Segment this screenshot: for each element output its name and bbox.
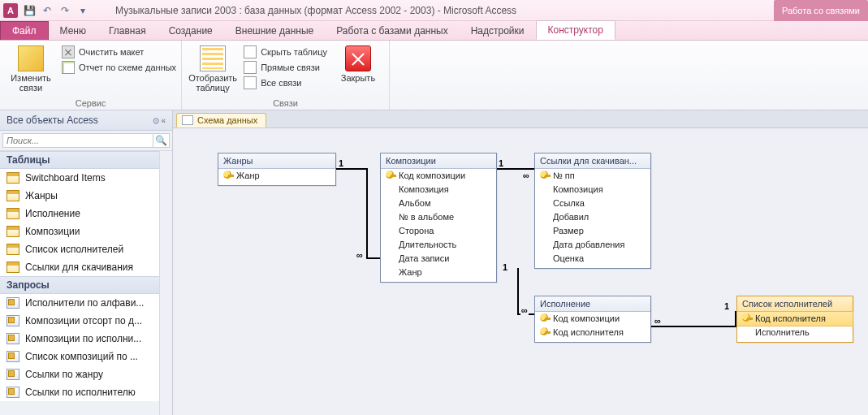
table-box[interactable]: ИсполнениеКод композицииКод исполнителя — [534, 296, 651, 343]
rel-many: ∞ — [520, 305, 529, 315]
table-field[interactable]: Сторона — [381, 224, 496, 238]
qat-undo-icon[interactable]: ↶ — [39, 2, 55, 19]
direct-links-label: Прямые связи — [261, 63, 320, 72]
navigation-pane: Все объекты Access ⊙ « 🔍 Таблицы ⌃ Switc… — [0, 110, 173, 415]
rel-many: ∞ — [356, 250, 364, 260]
table-field[interactable]: Дата добавления — [535, 238, 650, 252]
nav-item-table[interactable]: Композиции — [0, 223, 172, 240]
table-field[interactable]: № пп — [535, 169, 650, 183]
table-field[interactable]: Код исполнителя — [737, 312, 853, 326]
table-field[interactable]: Размер — [535, 224, 650, 238]
tab-file[interactable]: Файл — [0, 21, 49, 40]
rel-line — [335, 168, 368, 170]
nav-item-query[interactable]: Исполнители по алфави... — [0, 294, 172, 312]
rel-line — [366, 168, 368, 257]
hide-table-button[interactable]: Скрыть таблицу — [244, 45, 327, 58]
table-box[interactable]: ЖанрыЖанр — [218, 153, 336, 186]
nav-category-queries[interactable]: Запросы ⌃ — [0, 276, 172, 294]
table-field[interactable]: Ссылка — [535, 197, 650, 210]
tab-addins[interactable]: Надстройки — [460, 22, 536, 40]
table-box-title[interactable]: Ссылки для скачиван... — [535, 153, 650, 169]
nav-item-query[interactable]: Список композиций по ... — [0, 348, 172, 365]
nav-item-table[interactable]: Исполнение — [0, 205, 172, 223]
tab-home[interactable]: Главная — [97, 22, 158, 40]
table-field[interactable]: Код композиции — [535, 312, 650, 326]
query-icon — [6, 315, 19, 326]
nav-item-label: Ссылки по жанру — [25, 369, 103, 380]
nav-item-query[interactable]: Композиции по исполни... — [0, 330, 172, 348]
tab-menu[interactable]: Меню — [49, 22, 97, 40]
table-field[interactable]: Код композиции — [381, 169, 496, 183]
table-box-title[interactable]: Список исполнителей — [737, 296, 853, 312]
rel-one: 1 — [723, 301, 730, 311]
nav-item-label: Композиции отсорт по д... — [25, 315, 142, 326]
qat-redo-icon[interactable]: ↷ — [57, 2, 73, 19]
table-icon — [6, 244, 19, 255]
ribbon: Изменить связи Очистить макет Отчет по с… — [0, 41, 868, 110]
table-field[interactable]: Исполнитель — [737, 326, 853, 342]
table-box-title[interactable]: Композиции — [381, 153, 496, 169]
tab-design[interactable]: Конструктор — [536, 20, 615, 40]
schema-report-label: Отчет по схеме данных — [79, 63, 176, 72]
table-box[interactable]: КомпозицииКод композицииКомпозицияАльбом… — [380, 153, 497, 283]
table-field[interactable]: Альбом — [381, 197, 496, 210]
tab-dbtools[interactable]: Работа с базами данных — [325, 22, 459, 40]
rel-many: ∞ — [654, 316, 662, 326]
direct-links-icon — [244, 61, 257, 74]
rel-many: ∞ — [522, 171, 530, 180]
nav-item-table[interactable]: Жанры — [0, 187, 172, 205]
table-field[interactable]: Оценка — [535, 252, 650, 268]
clear-layout-button[interactable]: Очистить макет — [62, 45, 176, 58]
table-box-title[interactable]: Жанры — [218, 153, 335, 169]
table-field[interactable]: Композиция — [381, 183, 496, 197]
tab-create[interactable]: Создание — [158, 22, 224, 40]
table-field[interactable]: Длительность — [381, 238, 496, 252]
nav-item-table[interactable]: Switchboard Items — [0, 169, 172, 187]
table-field[interactable]: Добавил — [535, 210, 650, 224]
query-icon — [6, 369, 19, 380]
close-button[interactable]: Закрыть — [332, 42, 384, 97]
qat-save-icon[interactable]: 💾 — [21, 2, 37, 19]
relationships-icon — [182, 115, 193, 125]
table-field[interactable]: Дата записи — [381, 252, 496, 266]
nav-scrollbar[interactable] — [159, 151, 172, 415]
search-icon[interactable]: 🔍 — [153, 133, 170, 148]
edit-icon — [18, 45, 44, 71]
ribbon-group-links-label: Связи — [187, 97, 384, 110]
query-icon — [6, 333, 19, 344]
nav-item-table[interactable]: Список исполнителей — [0, 240, 172, 258]
clear-layout-label: Очистить макет — [79, 47, 144, 57]
edit-relations-button[interactable]: Изменить связи — [5, 42, 57, 97]
table-field[interactable]: № в альбоме — [381, 210, 496, 224]
show-table-button[interactable]: Отобразить таблицу — [187, 42, 239, 97]
nav-header[interactable]: Все объекты Access ⊙ « — [0, 110, 172, 131]
nav-collapse-icon[interactable]: ⊙ « — [153, 116, 166, 125]
nav-item-table[interactable]: Ссылки для скачивания — [0, 258, 172, 276]
schema-report-button[interactable]: Отчет по схеме данных — [62, 61, 176, 74]
search-input[interactable] — [2, 133, 153, 148]
table-field[interactable]: Композиция — [535, 183, 650, 197]
ribbon-tabs: Файл Меню Главная Создание Внешние данны… — [0, 21, 868, 41]
table-box-title[interactable]: Исполнение — [535, 296, 650, 312]
nav-item-query[interactable]: Ссылки по исполнителю — [0, 383, 172, 401]
contextual-tab-header: Работа со связями — [774, 0, 868, 21]
hide-icon — [244, 45, 257, 58]
direct-links-button[interactable]: Прямые связи — [244, 61, 327, 74]
tab-external[interactable]: Внешние данные — [224, 22, 326, 40]
qat-customize-icon[interactable]: ▾ — [75, 2, 91, 19]
table-field[interactable]: Жанр — [218, 169, 335, 185]
table-icon — [6, 262, 19, 273]
window-title: Музыкальные записи 2003 : база данных (ф… — [115, 5, 516, 16]
diagram-surface[interactable]: 1 ∞ 1 ∞ 1 ∞ ∞ 1 ЖанрыЖанрКомпозицииКод к… — [173, 128, 868, 415]
document-tab-schema[interactable]: Схема данных — [176, 113, 266, 128]
nav-item-query[interactable]: Композиции отсорт по д... — [0, 312, 172, 330]
table-field[interactable]: Код исполнителя — [535, 326, 650, 342]
table-field[interactable]: Жанр — [381, 266, 496, 282]
all-links-button[interactable]: Все связи — [244, 76, 327, 89]
query-icon — [6, 351, 19, 362]
table-box[interactable]: Ссылки для скачиван...№ ппКомпозицияСсыл… — [534, 153, 651, 269]
nav-item-query[interactable]: Ссылки по жанру — [0, 365, 172, 383]
table-box[interactable]: Список исполнителейКод исполнителяИсполн… — [736, 296, 853, 343]
nav-category-tables[interactable]: Таблицы ⌃ — [0, 151, 172, 169]
all-links-icon — [244, 76, 257, 89]
